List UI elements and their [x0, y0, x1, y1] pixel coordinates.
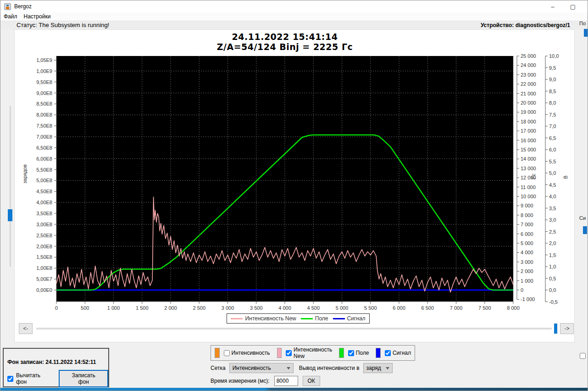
- menu-settings[interactable]: Настройки: [21, 12, 54, 21]
- signal-color-swatch: [376, 348, 381, 358]
- edge-slider-handle-top[interactable]: [584, 29, 588, 37]
- chart-panel: [14, 29, 575, 342]
- device-text: Устройство: diagnostics/bergoz/1: [481, 22, 570, 28]
- bergoz-window: { "window": { "title": "Bergoz", "minimi…: [0, 0, 588, 391]
- chevron-down-icon: [386, 367, 389, 369]
- chart-title-datetime: 24.11.2022 15:41:14: [14, 32, 555, 42]
- window-title: Bergoz: [14, 3, 32, 10]
- series-toggle-panel: Интенсивность Интенсивность New Поле Сиг…: [211, 345, 415, 361]
- edge-checkbox[interactable]: [580, 353, 586, 359]
- intensity-new-toggle: Интенсивность New: [286, 346, 332, 359]
- field-color-swatch: [339, 348, 344, 358]
- record-background-button[interactable]: Записать фон: [59, 370, 108, 387]
- grid-controls-row: Сетка Интенсивность Вывод интенсивности …: [211, 363, 422, 373]
- status-bar: Статус: The Subsystem is running! Устрой…: [0, 21, 588, 29]
- scroll-right-button[interactable]: ->: [560, 323, 574, 334]
- output-select[interactable]: заряд: [363, 363, 393, 373]
- menu-bar: Файл Настройки: [0, 12, 588, 21]
- horizontal-slider-handle[interactable]: [554, 324, 557, 334]
- legend-line-pink: [231, 318, 243, 319]
- menu-file[interactable]: Файл: [0, 12, 21, 21]
- legend-item-field: Поле: [301, 315, 328, 322]
- intensity-new-checkbox[interactable]: [286, 350, 292, 356]
- grid-label: Сетка: [211, 365, 226, 371]
- chart-title-params: Z/A=54/124 Binj = 2225 Гс: [14, 42, 555, 52]
- scroll-left-button[interactable]: <-: [19, 323, 33, 334]
- intensity-new-color-swatch: [277, 348, 282, 358]
- maximize-button[interactable]: ▢: [563, 1, 583, 12]
- legend-item-intensity-new: Интенсивность New: [231, 315, 296, 322]
- intensity-checkbox[interactable]: [224, 350, 230, 356]
- intensity-color-swatch: [215, 348, 220, 358]
- background-panel: Фон записан: 24.11.2022 14:52:11 Вычитат…: [3, 348, 109, 387]
- horizontal-slider-track[interactable]: [36, 328, 552, 330]
- grid-select[interactable]: Интенсивность: [229, 363, 294, 373]
- vertical-slider-track[interactable]: [10, 106, 11, 267]
- edge-fragment-mid: Си: [579, 215, 586, 221]
- legend-item-signal: Сигнал: [333, 315, 366, 322]
- minimize-button[interactable]: –: [543, 1, 563, 12]
- subtract-background-checkbox[interactable]: [7, 376, 13, 382]
- signal-checkbox[interactable]: [385, 350, 391, 356]
- status-text: Статус: The Subsystem is running!: [17, 22, 109, 28]
- measure-time-input[interactable]: [274, 376, 298, 386]
- legend-line-green: [301, 318, 313, 319]
- subtract-background-label: Вычитать фон: [16, 372, 52, 385]
- title-bar: Bergoz – ▢: [0, 0, 588, 12]
- output-label: Вывод интенсивности в: [299, 365, 360, 371]
- ok-button[interactable]: ОК: [303, 376, 320, 386]
- edge-fragment-top: По: [579, 21, 586, 26]
- measure-time-label: Время измерения (мс):: [211, 378, 270, 384]
- legend-line-blue: [333, 318, 345, 319]
- chevron-down-icon: [287, 367, 290, 369]
- app-icon: [4, 3, 11, 10]
- background-recorded-text: Фон записан: 24.11.2022 14:52:11: [7, 359, 96, 365]
- time-controls-row: Время измерения (мс): ОК: [211, 376, 422, 386]
- vertical-slider-handle[interactable]: [8, 209, 12, 221]
- signal-toggle: Сигнал: [385, 350, 411, 356]
- taskbar-strip: [0, 388, 588, 391]
- intensity-toggle: Интенсивность: [224, 350, 270, 356]
- field-checkbox[interactable]: [348, 350, 354, 356]
- field-toggle: Поле: [348, 350, 369, 356]
- chart-legend: Интенсивность New Поле Сигнал: [227, 313, 370, 324]
- edge-slider-handle-mid[interactable]: [583, 226, 587, 234]
